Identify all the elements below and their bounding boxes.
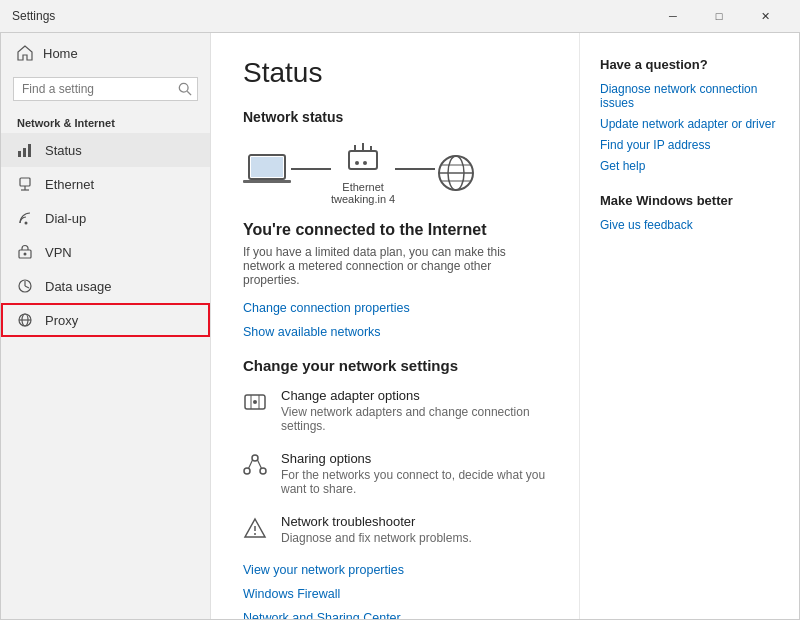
find-ip-link[interactable]: Find your IP address (600, 138, 779, 152)
sidebar-item-proxy[interactable]: Proxy (1, 303, 210, 337)
svg-point-22 (355, 161, 359, 165)
main-content: Status Network status (211, 33, 579, 619)
page-title: Status (243, 57, 547, 89)
router-label: Ethernettweaking.in 4 (331, 181, 395, 205)
data-usage-icon (17, 278, 33, 294)
globe-icon-wrap (435, 152, 477, 194)
sharing-text: Sharing options For the networks you con… (281, 451, 547, 496)
svg-point-10 (24, 253, 27, 256)
sidebar-item-vpn[interactable]: VPN (1, 235, 210, 269)
right-panel-section-2: Make Windows better Give us feedback (600, 193, 779, 232)
sharing-desc: For the networks you connect to, decide … (281, 468, 547, 496)
svg-rect-5 (20, 178, 30, 186)
sharing-center-link[interactable]: Network and Sharing Center (243, 611, 547, 619)
maximize-button[interactable]: □ (696, 0, 742, 32)
svg-point-34 (244, 468, 250, 474)
svg-point-0 (179, 83, 188, 92)
view-properties-link[interactable]: View your network properties (243, 563, 547, 577)
change-connection-link[interactable]: Change connection properties (243, 301, 547, 315)
show-networks-link[interactable]: Show available networks (243, 325, 547, 339)
router-icon (345, 141, 381, 177)
sidebar-section-title: Network & Internet (1, 109, 210, 133)
sidebar-item-data-usage-label: Data usage (45, 279, 112, 294)
connected-sub: If you have a limited data plan, you can… (243, 245, 547, 287)
svg-point-33 (252, 455, 258, 461)
right-panel: Have a question? Diagnose network connec… (579, 33, 799, 619)
adapter-options-item: Change adapter options View network adap… (243, 388, 547, 433)
sidebar: Home Network & Internet Status (1, 33, 211, 619)
svg-point-35 (260, 468, 266, 474)
update-adapter-link[interactable]: Update network adapter or driver (600, 117, 779, 131)
search-input[interactable] (22, 82, 172, 96)
dialup-icon (17, 210, 33, 226)
sidebar-item-status-label: Status (45, 143, 82, 158)
get-help-link[interactable]: Get help (600, 159, 779, 173)
right-panel-title-2: Make Windows better (600, 193, 779, 208)
sidebar-item-ethernet[interactable]: Ethernet (1, 167, 210, 201)
svg-rect-16 (251, 157, 283, 177)
sidebar-item-dialup[interactable]: Dial-up (1, 201, 210, 235)
diagnose-link[interactable]: Diagnose network connection issues (600, 82, 779, 110)
search-box (13, 77, 198, 101)
sidebar-item-ethernet-label: Ethernet (45, 177, 94, 192)
svg-point-8 (25, 222, 28, 225)
change-settings-title: Change your network settings (243, 357, 547, 374)
svg-line-36 (249, 460, 253, 469)
minimize-button[interactable]: ─ (650, 0, 696, 32)
home-icon (17, 45, 33, 61)
search-icon (178, 82, 192, 96)
proxy-icon (17, 312, 33, 328)
adapter-title: Change adapter options (281, 388, 547, 403)
sidebar-item-proxy-label: Proxy (45, 313, 78, 328)
right-panel-title-1: Have a question? (600, 57, 779, 72)
svg-rect-4 (28, 144, 31, 157)
troubleshooter-item: Network troubleshooter Diagnose and fix … (243, 514, 547, 545)
sidebar-item-data-usage[interactable]: Data usage (1, 269, 210, 303)
sharing-options-item: Sharing options For the networks you con… (243, 451, 547, 496)
connected-title: You're connected to the Internet (243, 221, 547, 239)
svg-rect-3 (23, 148, 26, 157)
adapter-text: Change adapter options View network adap… (281, 388, 547, 433)
sharing-title: Sharing options (281, 451, 547, 466)
adapter-icon (243, 390, 267, 414)
title-bar: Settings ─ □ ✕ (0, 0, 800, 32)
right-panel-section-1: Have a question? Diagnose network connec… (600, 57, 779, 173)
title-bar-title: Settings (12, 9, 650, 23)
laptop-icon-wrap (243, 153, 291, 193)
close-button[interactable]: ✕ (742, 0, 788, 32)
troubleshooter-title: Network troubleshooter (281, 514, 472, 529)
svg-point-23 (363, 161, 367, 165)
svg-line-1 (187, 91, 191, 95)
sharing-icon (243, 453, 267, 477)
status-icon (17, 142, 33, 158)
troubleshooter-icon (243, 516, 267, 540)
ethernet-icon (17, 176, 33, 192)
troubleshooter-desc: Diagnose and fix network problems. (281, 531, 472, 545)
adapter-desc: View network adapters and change connect… (281, 405, 547, 433)
sidebar-home-label: Home (43, 46, 78, 61)
net-line-1 (291, 168, 331, 170)
sidebar-item-dialup-label: Dial-up (45, 211, 86, 226)
svg-point-40 (254, 533, 256, 535)
feedback-link[interactable]: Give us feedback (600, 218, 779, 232)
sidebar-home[interactable]: Home (1, 33, 210, 73)
net-line-2 (395, 168, 435, 170)
title-bar-controls: ─ □ ✕ (650, 0, 788, 32)
sidebar-item-vpn-label: VPN (45, 245, 72, 260)
globe-icon (435, 152, 477, 194)
vpn-icon (17, 244, 33, 260)
sidebar-item-status[interactable]: Status (1, 133, 210, 167)
svg-rect-17 (243, 180, 291, 183)
svg-point-32 (253, 400, 257, 404)
windows-firewall-link[interactable]: Windows Firewall (243, 587, 547, 601)
svg-line-37 (258, 460, 262, 469)
troubleshooter-text: Network troubleshooter Diagnose and fix … (281, 514, 472, 545)
laptop-icon (243, 153, 291, 189)
network-diagram: Ethernettweaking.in 4 (243, 141, 547, 205)
svg-rect-18 (349, 151, 377, 169)
app-container: Home Network & Internet Status (0, 32, 800, 620)
network-status-title: Network status (243, 109, 547, 125)
svg-rect-2 (18, 151, 21, 157)
router-icon-wrap: Ethernettweaking.in 4 (331, 141, 395, 205)
